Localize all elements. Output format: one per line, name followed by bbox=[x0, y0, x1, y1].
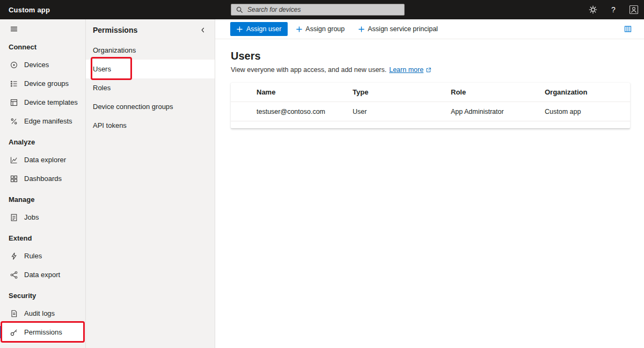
columns-icon bbox=[624, 25, 632, 33]
panel-item-users[interactable]: Users bbox=[86, 60, 215, 78]
nav-collapse-button[interactable] bbox=[0, 23, 85, 35]
sidebar-item-label: Device templates bbox=[24, 98, 78, 106]
panel-item-label: Organizations bbox=[93, 46, 136, 54]
assign-service-principal-button[interactable]: Assign service principal bbox=[353, 22, 443, 36]
rules-icon bbox=[10, 252, 18, 260]
avatar[interactable] bbox=[624, 0, 644, 19]
assign-service-principal-label: Assign service principal bbox=[368, 25, 438, 33]
devices-icon bbox=[10, 61, 18, 69]
nav-section-security: Security bbox=[0, 284, 85, 304]
search-input[interactable] bbox=[246, 5, 400, 14]
panel-item-roles[interactable]: Roles bbox=[86, 78, 215, 97]
sidebar-item-permissions[interactable]: Permissions bbox=[0, 323, 85, 342]
nav-section-analyze: Analyze bbox=[0, 130, 85, 150]
panel-item-label: Device connection groups bbox=[93, 103, 173, 111]
table-footer bbox=[231, 121, 630, 128]
assign-group-label: Assign group bbox=[305, 25, 345, 33]
edge-manifests-icon bbox=[10, 117, 18, 126]
page-subtitle: View everyone with app access, and add n… bbox=[231, 66, 630, 74]
dashboards-icon bbox=[10, 175, 18, 183]
users-page: Users View everyone with app access, and… bbox=[215, 39, 644, 128]
gear-icon bbox=[589, 5, 597, 14]
sidebar-item-rules[interactable]: Rules bbox=[0, 247, 85, 265]
left-nav: Connect Devices Device groups Device tem… bbox=[0, 19, 86, 348]
person-icon bbox=[629, 5, 639, 15]
table-row[interactable]: testuser@contoso.com User App Administra… bbox=[231, 102, 630, 121]
sidebar-item-data-explorer[interactable]: Data explorer bbox=[0, 150, 85, 169]
sidebar-item-device-groups[interactable]: Device groups bbox=[0, 74, 85, 93]
sidebar-item-audit-logs[interactable]: Audit logs bbox=[0, 304, 85, 323]
sidebar-item-label: Data export bbox=[24, 271, 60, 279]
data-explorer-icon bbox=[10, 156, 18, 164]
sidebar-item-label: Device groups bbox=[24, 79, 69, 88]
nav-section-manage: Manage bbox=[0, 188, 85, 208]
sidebar-item-label: Data explorer bbox=[24, 156, 66, 164]
sidebar-item-devices[interactable]: Devices bbox=[0, 55, 85, 74]
cell-role: App Administrator bbox=[451, 108, 545, 115]
panel-item-api-tokens[interactable]: API tokens bbox=[86, 116, 215, 135]
hamburger-icon bbox=[10, 25, 18, 33]
cell-type: User bbox=[353, 108, 451, 115]
topbar: Custom app ? bbox=[0, 0, 644, 19]
sidebar-item-label: Dashboards bbox=[24, 175, 62, 183]
main-content: Assign user Assign group Assign service … bbox=[215, 19, 644, 348]
cell-organization: Custom app bbox=[545, 108, 630, 115]
column-header-organization[interactable]: Organization bbox=[545, 88, 630, 96]
sidebar-item-label: Devices bbox=[24, 61, 49, 69]
external-link-icon bbox=[426, 67, 431, 73]
sidebar-item-label: Permissions bbox=[24, 328, 62, 336]
sidebar-item-edge-manifests[interactable]: Edge manifests bbox=[0, 112, 85, 130]
column-header-type[interactable]: Type bbox=[353, 88, 451, 96]
sidebar-item-label: Jobs bbox=[24, 213, 39, 221]
panel-item-label: API tokens bbox=[93, 121, 127, 129]
permissions-icon bbox=[10, 328, 18, 337]
help-button[interactable]: ? bbox=[603, 0, 624, 19]
data-export-icon bbox=[10, 271, 18, 279]
column-options-button[interactable] bbox=[621, 23, 634, 35]
sidebar-item-label: Audit logs bbox=[24, 309, 55, 317]
panel-item-label: Roles bbox=[93, 84, 111, 92]
sidebar-item-label: Edge manifests bbox=[24, 117, 72, 125]
jobs-icon bbox=[10, 213, 18, 222]
column-header-name[interactable]: Name bbox=[257, 88, 353, 96]
panel-collapse-button[interactable] bbox=[196, 26, 209, 34]
sidebar-item-dashboards[interactable]: Dashboards bbox=[0, 169, 85, 188]
assign-group-button[interactable]: Assign group bbox=[291, 22, 350, 36]
device-groups-icon bbox=[10, 79, 18, 88]
nav-section-connect: Connect bbox=[0, 35, 85, 55]
topbar-actions: ? bbox=[583, 0, 644, 19]
learn-more-link[interactable]: Learn more bbox=[389, 66, 431, 74]
assign-user-label: Assign user bbox=[246, 25, 281, 33]
search-icon bbox=[236, 6, 243, 13]
users-table: Name Type Role Organization testuser@con… bbox=[231, 83, 630, 128]
settings-button[interactable] bbox=[583, 0, 603, 19]
panel-item-label: Users bbox=[93, 65, 111, 73]
nav-section-extend: Extend bbox=[0, 227, 85, 247]
panel-item-device-connection-groups[interactable]: Device connection groups bbox=[86, 97, 215, 116]
subtitle-text: View everyone with app access, and add n… bbox=[231, 66, 386, 74]
search-box[interactable] bbox=[231, 4, 405, 16]
audit-logs-icon bbox=[10, 309, 18, 318]
plus-icon bbox=[358, 26, 364, 32]
plus-icon bbox=[237, 26, 243, 32]
app-window: Custom app ? Connect Devices Device grou… bbox=[0, 0, 644, 348]
cell-name: testuser@contoso.com bbox=[257, 108, 353, 115]
page-title: Users bbox=[231, 50, 630, 62]
panel-item-organizations[interactable]: Organizations bbox=[86, 41, 215, 60]
assign-user-button[interactable]: Assign user bbox=[230, 22, 288, 36]
plus-icon bbox=[296, 26, 302, 32]
panel-title: Permissions bbox=[93, 26, 137, 34]
app-title: Custom app bbox=[0, 6, 58, 14]
sidebar-item-data-export[interactable]: Data export bbox=[0, 265, 85, 284]
device-templates-icon bbox=[10, 98, 18, 107]
table-header-row: Name Type Role Organization bbox=[231, 83, 630, 102]
learn-more-label: Learn more bbox=[389, 66, 423, 74]
sidebar-item-device-templates[interactable]: Device templates bbox=[0, 93, 85, 112]
sidebar-item-label: Rules bbox=[24, 252, 42, 260]
chevron-left-icon bbox=[200, 27, 206, 33]
permissions-panel: Permissions Organizations Users Roles De… bbox=[86, 19, 215, 348]
panel-header: Permissions bbox=[86, 19, 215, 41]
sidebar-item-jobs[interactable]: Jobs bbox=[0, 208, 85, 227]
command-bar: Assign user Assign group Assign service … bbox=[215, 19, 644, 39]
column-header-role[interactable]: Role bbox=[451, 88, 545, 96]
